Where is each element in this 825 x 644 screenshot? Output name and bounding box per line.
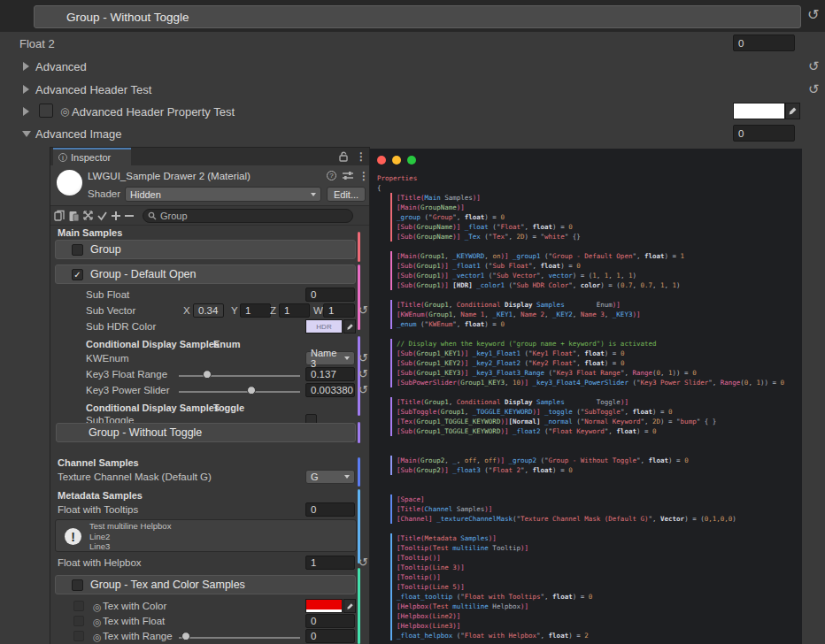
tab-inspector-label: Inspector: [71, 152, 111, 163]
code-line: [Tooltip(Test multiline Tooltip)]: [390, 543, 802, 553]
code-line: _float_tooltip ("Float with Tooltips", f…: [390, 592, 802, 602]
code-line: [370, 329, 802, 339]
code-line: [KWEnum(Group1, Name 1, _KEY1, Name 2, _…: [390, 310, 802, 319]
chevron-right-icon[interactable]: [23, 85, 29, 94]
code-line: [370, 242, 802, 251]
group-default-open-header[interactable]: ✓ Group - Default Open: [55, 264, 356, 284]
float2-input[interactable]: 0: [733, 34, 795, 51]
checkbox-checked[interactable]: ✓: [72, 269, 83, 280]
preset-circle-icon[interactable]: ◎: [93, 617, 102, 628]
undo-icon[interactable]: ↺: [808, 59, 820, 73]
undo-icon[interactable]: ↺: [359, 304, 368, 316]
undo-icon[interactable]: ↺: [359, 384, 368, 395]
checkbox[interactable]: [73, 631, 84, 641]
kebab-menu-icon[interactable]: ⋮: [356, 151, 366, 162]
undo-icon[interactable]: ↺: [807, 8, 819, 22]
lock-icon[interactable]: [339, 151, 349, 162]
vector-y-input[interactable]: 1: [240, 303, 271, 318]
advanced-image-input[interactable]: 0: [733, 125, 795, 142]
check-icon[interactable]: [96, 211, 108, 221]
code-line: [Main(Group1, _KEYWORD, on)] _group1 ("G…: [390, 251, 802, 261]
chevron-down-icon: [344, 356, 350, 360]
group-tex-color-header[interactable]: Group - Tex and Color Samples: [55, 575, 356, 594]
preset-circle-icon[interactable]: ◎: [93, 632, 102, 643]
chevron-right-icon[interactable]: [23, 62, 29, 71]
plus-icon[interactable]: [111, 211, 121, 221]
slider-track[interactable]: [179, 637, 300, 639]
group-header[interactable]: Group: [55, 240, 356, 259]
slider-track[interactable]: [179, 391, 300, 393]
float2-row: Float 2 0: [0, 34, 825, 53]
key3-power-slider-input[interactable]: 0.003380: [305, 383, 355, 397]
slider-knob[interactable]: [247, 386, 256, 395]
advanced-header-property-test-row[interactable]: ◎ Advanced Header Property Test: [0, 102, 825, 121]
channel-mask-dropdown[interactable]: G: [305, 470, 355, 484]
checkbox[interactable]: [39, 104, 53, 118]
checkbox[interactable]: [73, 601, 84, 611]
sub-float-row: Sub Float 0: [50, 288, 369, 303]
search-input[interactable]: Group: [143, 209, 353, 223]
code-line: [Main(Group2, _, off, off)] _group2 ("Gr…: [390, 456, 802, 465]
eyedropper-icon[interactable]: [343, 319, 356, 334]
key3-float-range-input[interactable]: 0.137: [305, 367, 355, 381]
material-preview-sphere[interactable]: [57, 170, 82, 196]
collapse-icon[interactable]: [82, 210, 94, 221]
tex-range-input[interactable]: 0: [305, 629, 355, 643]
slider-knob[interactable]: [181, 632, 190, 640]
undo-icon[interactable]: ↺: [359, 352, 368, 364]
undo-icon[interactable]: ↺: [359, 368, 368, 380]
checkbox[interactable]: [72, 244, 83, 256]
checkbox[interactable]: [72, 579, 83, 591]
color-swatch-white[interactable]: [733, 103, 785, 119]
kwenum-dropdown[interactable]: Name 3: [305, 351, 355, 365]
advanced-label: Advanced: [35, 60, 87, 73]
section-title-conditional-toggle: Conditional Display Samples: [86, 402, 220, 413]
slider-knob[interactable]: [203, 370, 212, 379]
advanced-header-property-test-label: Advanced Header Property Test: [72, 105, 235, 119]
material-toolbar: Group: [50, 206, 369, 226]
eyedropper-icon[interactable]: [343, 599, 356, 613]
eyedropper-icon[interactable]: [785, 103, 800, 119]
close-icon[interactable]: [377, 156, 386, 165]
code-line: [370, 436, 802, 446]
copy-icon[interactable]: [54, 210, 66, 222]
undo-icon[interactable]: ↺: [359, 556, 368, 568]
minus-icon[interactable]: [124, 211, 135, 221]
tex-float-input[interactable]: 0: [305, 614, 355, 628]
kebab-menu-icon[interactable]: ⋮: [359, 171, 369, 181]
group-without-toggle-inner-header[interactable]: Group - Without Toggle: [56, 423, 356, 442]
tab-inspector[interactable]: i Inspector: [53, 148, 131, 165]
edit-button[interactable]: Edit...: [327, 187, 366, 202]
advanced-header-test-row[interactable]: Advanced Header Test ↺: [0, 80, 825, 99]
undo-icon[interactable]: ↺: [808, 82, 820, 96]
section-subtitle-enum: Enum: [213, 339, 241, 349]
chevron-right-icon[interactable]: [23, 107, 29, 116]
maximize-icon[interactable]: [407, 156, 416, 165]
checkbox[interactable]: [73, 616, 84, 626]
sub-float-input[interactable]: 0: [305, 288, 355, 302]
helpbox-line: Line2: [89, 532, 171, 542]
group-without-toggle-header-bar[interactable]: Group - Without Toggle: [34, 5, 801, 28]
slider-track[interactable]: [179, 375, 300, 377]
advanced-image-row[interactable]: Advanced Image 0: [0, 124, 825, 143]
preset-circle-icon[interactable]: ◎: [60, 105, 69, 118]
code-line: [Helpbox(Line2)]: [390, 611, 802, 621]
vector-w-input[interactable]: 1: [323, 303, 355, 318]
help-icon[interactable]: ?: [327, 171, 336, 180]
tex-color-swatch[interactable]: [305, 599, 343, 613]
minimize-icon[interactable]: [392, 156, 401, 165]
chevron-down-icon[interactable]: [22, 131, 31, 137]
advanced-row[interactable]: Advanced ↺: [0, 57, 825, 76]
preset-circle-icon[interactable]: ◎: [93, 602, 102, 613]
hdr-color-swatch[interactable]: HDR: [305, 319, 343, 334]
vector-z-input[interactable]: 1: [279, 303, 310, 318]
vector-x-input[interactable]: 0.34: [193, 303, 224, 318]
float-tooltips-input[interactable]: 0: [305, 502, 355, 517]
preset-icon[interactable]: [343, 172, 353, 180]
paste-icon[interactable]: [68, 210, 80, 222]
code-line: [Tooltip()]: [390, 572, 802, 582]
chevron-down-icon: [344, 475, 350, 479]
shader-dropdown[interactable]: Hidden: [125, 187, 321, 202]
float-helpbox-input[interactable]: 1: [305, 556, 355, 570]
material-title: LWGUI_Sample Drawer 2 (Material): [88, 171, 251, 181]
